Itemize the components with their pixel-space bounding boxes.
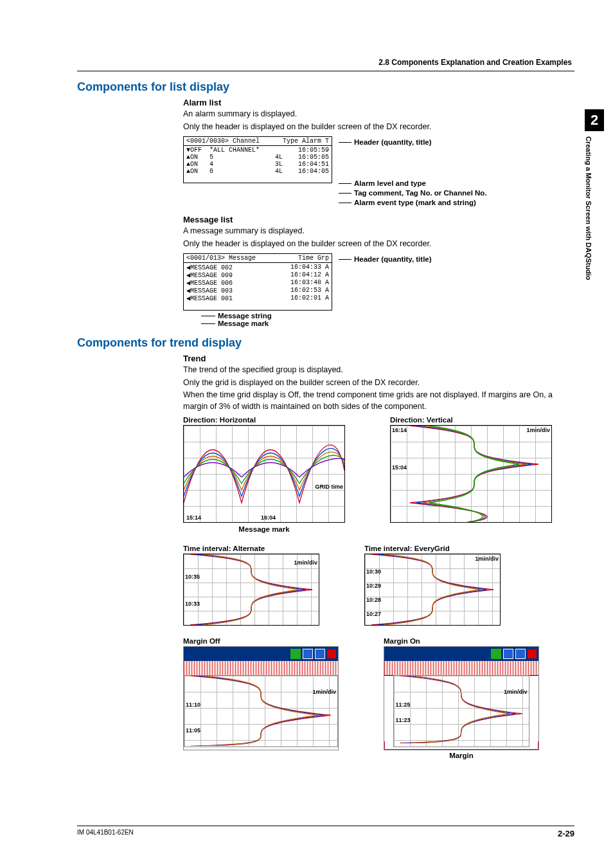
- message-row: ◀MESSAGE 00916:04:12 A: [186, 271, 329, 279]
- message-row: ◀MESSAGE 00216:04:33 A: [186, 264, 329, 271]
- message-callout-string: Message string: [201, 312, 574, 320]
- chapter-tab: 2 Creating a Monitor Screen with DAQStud…: [585, 109, 604, 329]
- alarm-desc-2: Only the header is displayed on the buil…: [183, 122, 574, 133]
- dx-toolbar: [384, 647, 538, 661]
- running-header: 2.8 Components Explanation and Creation …: [77, 58, 574, 69]
- eg-tick1: 10:29: [366, 583, 381, 589]
- label-ti-alt: Time interval: Alternate: [183, 545, 319, 552]
- label-margin-on: Margin On: [384, 637, 539, 645]
- eg-tick3: 10:27: [366, 611, 381, 617]
- moff-rate: 1min/div: [312, 689, 336, 695]
- trend-desc-1: The trend of the specified group is disp…: [183, 365, 574, 376]
- alarm-hdr-left: <0001/0030> Channel: [186, 138, 260, 145]
- mon-curves: [394, 676, 528, 743]
- footer-pagenum: 2-29: [558, 829, 574, 838]
- chapter-title: Creating a Monitor Screen with DAQStudio: [585, 136, 592, 329]
- trend-margin-off: Margin Off 1: [183, 637, 339, 759]
- alt-tick0: 10:35: [185, 574, 200, 580]
- scale-ruler: [184, 661, 338, 676]
- alarm-desc-1: An alarm summary is displayed.: [183, 109, 574, 120]
- alt-tick1: 10:33: [185, 601, 200, 607]
- mon-t1: 11:23: [395, 717, 410, 723]
- trend-v-curves: [391, 426, 551, 522]
- trend-vertical: Direction: Vertical 16:14 15:04 1min/div: [390, 416, 552, 533]
- h-tick-right: 16:04: [261, 514, 276, 521]
- page-footer: IM 04L41B01-62EN 2-29: [77, 826, 574, 838]
- section-title-list: Components for list display: [77, 80, 574, 94]
- eg-rate: 1min/div: [475, 556, 499, 562]
- message-desc-1: A message summary is displayed.: [183, 226, 574, 237]
- tool-icon: [528, 649, 537, 658]
- mon-t0: 11:25: [395, 701, 410, 708]
- alarm-callout-level: Alarm level and type: [339, 179, 487, 187]
- alarm-hdr-right: Type Alarm T: [283, 138, 329, 145]
- tool-icon: [491, 649, 501, 659]
- alarm-row: ▲ON 64L 16:04:05: [186, 168, 329, 175]
- v-tick-mid: 15:04: [392, 464, 407, 471]
- scale-ruler: [384, 661, 538, 676]
- alarm-row: ▼OFF *ALL CHANNEL* 16:05:59: [186, 147, 329, 154]
- trend-everygrid: Time interval: EveryGrid 10:30 10:29 10:…: [364, 545, 501, 626]
- message-hdr-left: <0001/013> Message: [186, 255, 256, 262]
- label-margin-off: Margin Off: [183, 637, 339, 645]
- message-heading: Message list: [183, 215, 574, 224]
- eg-tick2: 10:28: [366, 597, 381, 603]
- moff-t0: 11:10: [186, 701, 200, 708]
- message-figure: <0001/013> Message Time Grp ◀MESSAGE 002…: [183, 253, 574, 327]
- label-dir-h: Direction: Horizontal: [183, 416, 345, 424]
- message-callout-header: Header (quantity, title): [339, 255, 432, 263]
- alarm-listbox: <0001/0030> Channel Type Alarm T ▼OFF *A…: [183, 136, 332, 183]
- tool-icon: [503, 649, 513, 659]
- trend-horizontal: Direction: Horizontal 15:14 16:04 GRID t…: [183, 416, 345, 533]
- trend-alternate: Time interval: Alternate 10:35 10:33 1mi…: [183, 545, 319, 626]
- trend-desc-3: When the time grid display is Off, the t…: [183, 390, 574, 412]
- message-row: ◀MESSAGE 00316:02:53 A: [186, 287, 329, 294]
- alarm-figure: <0001/0030> Channel Type Alarm T ▼OFF *A…: [183, 136, 574, 208]
- trend-desc-2: Only the grid is displayed on the builde…: [183, 377, 574, 389]
- label-dir-v: Direction: Vertical: [390, 416, 552, 424]
- alarm-heading: Alarm list: [183, 98, 574, 107]
- alarm-row: ▲ON 54L 16:05:05: [186, 154, 329, 161]
- header-rule: [77, 71, 574, 71]
- label-ti-every: Time interval: EveryGrid: [364, 545, 501, 552]
- grid-time-label: GRID time: [315, 484, 343, 490]
- alarm-callout-header: Header (quantity, title): [339, 138, 487, 146]
- tool-icon: [327, 649, 336, 658]
- moff-curves: [184, 676, 337, 746]
- message-row: ◀MESSAGE 00116:02:01 A: [186, 294, 329, 302]
- h-tick-left: 15:14: [186, 514, 201, 521]
- moff-t1: 11:05: [186, 727, 200, 734]
- rate-label-v: 1min/div: [526, 427, 550, 433]
- chapter-number: 2: [585, 109, 604, 131]
- message-row: ◀MESSAGE 00616:03:48 A: [186, 279, 329, 287]
- trend-heading: Trend: [183, 354, 574, 363]
- eg-tick0: 10:30: [366, 568, 381, 575]
- alarm-row: ▲ON 43L 16:04:51: [186, 161, 329, 168]
- trend-margin-on: Margin On 11: [384, 637, 539, 759]
- section-title-trend: Components for trend display: [77, 336, 574, 350]
- message-mark-label: Message mark: [183, 525, 345, 533]
- tool-icon: [290, 649, 301, 659]
- tool-icon: [303, 649, 313, 659]
- message-desc-2: Only the header is displayed on the buil…: [183, 239, 574, 250]
- message-listbox: <0001/013> Message Time Grp ◀MESSAGE 002…: [183, 253, 332, 311]
- tool-icon: [515, 649, 526, 659]
- trend-h-curves: [184, 426, 344, 522]
- message-callout-mark: Message mark: [201, 320, 574, 327]
- alarm-callout-event: Alarm event type (mark and string): [339, 199, 487, 206]
- tool-icon: [315, 649, 325, 659]
- alarm-callout-tag: Tag comment, Tag No. or Channel No.: [339, 189, 487, 197]
- mon-rate: 1min/div: [504, 689, 528, 695]
- message-hdr-right: Time Grp: [298, 255, 329, 262]
- alt-rate: 1min/div: [294, 559, 317, 566]
- margin-bottom-label: Margin: [384, 752, 539, 759]
- every-curves: [365, 554, 500, 625]
- dx-toolbar: [184, 647, 338, 661]
- footer-docid: IM 04L41B01-62EN: [77, 829, 134, 838]
- v-tick-top: 16:14: [392, 427, 407, 433]
